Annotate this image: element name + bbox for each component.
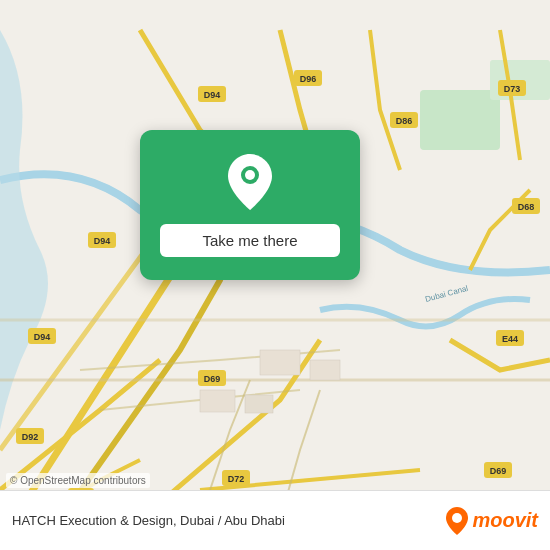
moovit-pin-icon: [446, 507, 468, 535]
svg-rect-3: [260, 350, 300, 375]
svg-rect-5: [200, 390, 235, 412]
svg-text:D72: D72: [228, 474, 245, 484]
bottom-bar: HATCH Execution & Design, Dubai / Abu Dh…: [0, 490, 550, 550]
svg-text:D69: D69: [490, 466, 507, 476]
svg-point-37: [245, 170, 255, 180]
svg-text:D94: D94: [34, 332, 51, 342]
location-pin-icon: [228, 154, 272, 210]
svg-text:D68: D68: [518, 202, 535, 212]
take-me-there-button[interactable]: Take me there: [160, 224, 340, 257]
moovit-logo: moovit: [446, 507, 538, 535]
svg-text:D73: D73: [504, 84, 521, 94]
svg-text:D94: D94: [204, 90, 221, 100]
svg-text:D86: D86: [396, 116, 413, 126]
svg-text:D92: D92: [22, 432, 39, 442]
map-container: D94 D94 D94 D96 D73 D86 D68 D69 E44 D92 …: [0, 0, 550, 550]
svg-rect-6: [245, 395, 273, 413]
map-attribution: © OpenStreetMap contributors: [6, 473, 150, 488]
svg-point-38: [452, 513, 462, 523]
svg-text:D94: D94: [94, 236, 111, 246]
svg-text:D96: D96: [300, 74, 317, 84]
svg-text:D69: D69: [204, 374, 221, 384]
svg-rect-4: [310, 360, 340, 380]
location-card: Take me there: [140, 130, 360, 280]
moovit-wordmark: moovit: [472, 509, 538, 532]
svg-rect-1: [420, 90, 500, 150]
svg-text:E44: E44: [502, 334, 518, 344]
location-name: HATCH Execution & Design, Dubai / Abu Dh…: [12, 513, 446, 528]
